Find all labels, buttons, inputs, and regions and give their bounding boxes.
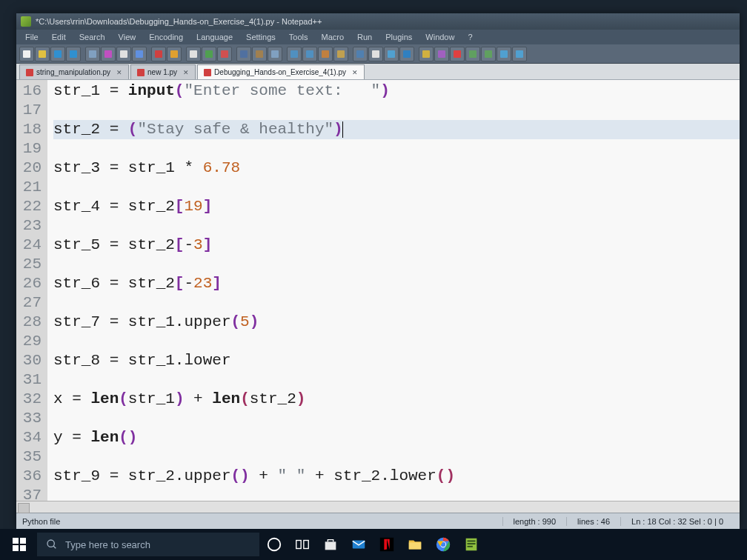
svg-rect-22	[388, 50, 395, 58]
toolbar-button-12[interactable]	[217, 47, 232, 61]
code-line-20[interactable]: str_3 = str_1 * 6.78	[53, 159, 740, 178]
toolbar-button-7[interactable]	[132, 47, 147, 61]
code-line-36[interactable]: str_9 = str_2.upper() + " " + str_2.lowe…	[53, 467, 740, 486]
toolbar-button-4[interactable]	[85, 47, 100, 61]
toolbar-button-11[interactable]	[202, 47, 216, 61]
window-title: *C:\Users\rrin\Downloads\Debugging_Hands…	[36, 17, 322, 26]
line-number: 21	[19, 178, 42, 197]
tab-1[interactable]: new 1.py✕	[130, 64, 196, 79]
editor[interactable]: 1617181920212223242526272829303132333435…	[16, 80, 740, 501]
code-line-24[interactable]: str_5 = str_2[-3]	[53, 236, 740, 255]
toolbar-button-5[interactable]	[101, 47, 116, 61]
close-icon[interactable]: ✕	[352, 69, 358, 76]
toolbar-button-0[interactable]	[19, 47, 34, 61]
horizontal-scrollbar[interactable]	[16, 501, 740, 513]
menu-macro[interactable]: Macro	[315, 31, 350, 43]
toolbar-button-9[interactable]	[167, 47, 182, 61]
toolbar-button-22[interactable]	[384, 47, 399, 61]
toolbar-button-24[interactable]	[419, 47, 434, 61]
line-number: 19	[19, 139, 42, 159]
menu-language[interactable]: Language	[190, 31, 239, 43]
svg-rect-1	[39, 50, 46, 58]
code-line-30[interactable]: str_8 = str_1.lower	[53, 351, 740, 370]
menu-tools[interactable]: Tools	[283, 31, 314, 43]
code-line-18[interactable]: str_2 = ("Stay safe & healthy")	[53, 120, 740, 139]
toolbar-button-1[interactable]	[35, 47, 50, 61]
toolbar-button-30[interactable]	[512, 47, 527, 61]
tab-0[interactable]: string_manipulation.py✕	[19, 64, 129, 79]
menu-run[interactable]: Run	[351, 31, 378, 43]
code-area[interactable]: str_1 = input("Enter some text: ") str_2…	[47, 80, 740, 501]
explorer-icon[interactable]	[402, 529, 428, 560]
svg-rect-25	[438, 50, 445, 58]
toolbar-button-21[interactable]	[368, 47, 383, 61]
toolbar-button-10[interactable]	[186, 47, 201, 61]
start-button[interactable]	[3, 529, 36, 560]
code-line-19[interactable]	[53, 139, 740, 159]
menu-edit[interactable]: Edit	[46, 31, 72, 43]
code-line-35[interactable]	[53, 447, 740, 467]
code-line-25[interactable]	[53, 255, 740, 274]
code-line-28[interactable]: str_7 = str_1.upper(5)	[53, 313, 740, 332]
close-icon[interactable]: ✕	[116, 69, 122, 76]
toolbar-button-3[interactable]	[66, 47, 81, 61]
code-line-34[interactable]: y = len()	[53, 428, 740, 447]
code-line-29[interactable]	[53, 332, 740, 351]
toolbar-button-13[interactable]	[236, 47, 251, 61]
toolbar-button-17[interactable]	[302, 47, 317, 61]
menu-plugins[interactable]: Plugins	[379, 31, 418, 43]
code-line-21[interactable]	[53, 178, 740, 197]
toolbar-button-25[interactable]	[434, 47, 449, 61]
toolbar-button-18[interactable]	[318, 47, 333, 61]
windows-taskbar[interactable]: Type here to search	[0, 529, 747, 560]
toolbar-button-27[interactable]	[465, 47, 480, 61]
svg-rect-9	[170, 50, 178, 58]
menu-view[interactable]: View	[113, 31, 142, 43]
toolbar-button-28[interactable]	[481, 47, 496, 61]
menu-settings[interactable]: Settings	[240, 31, 282, 43]
menu-file[interactable]: File	[19, 31, 44, 43]
file-icon	[204, 69, 211, 76]
code-line-22[interactable]: str_4 = str_2[19]	[53, 197, 740, 216]
toolbar-button-19[interactable]	[333, 47, 348, 61]
taskbar-search[interactable]: Type here to search	[37, 533, 259, 556]
close-icon[interactable]: ✕	[183, 69, 189, 76]
mail-icon[interactable]	[345, 529, 372, 560]
code-line-33[interactable]	[53, 409, 740, 428]
toolbar-button-20[interactable]	[353, 47, 368, 61]
toolbar-button-26[interactable]	[450, 47, 465, 61]
code-line-32[interactable]: x = len(str_1) + len(str_2)	[53, 390, 740, 409]
code-line-16[interactable]: str_1 = input("Enter some text: ")	[53, 81, 740, 101]
toolbar-button-29[interactable]	[497, 47, 511, 61]
toolbar-button-2[interactable]	[50, 47, 65, 61]
store-icon[interactable]	[317, 529, 344, 560]
code-line-17[interactable]	[53, 101, 740, 120]
toolbar-button-23[interactable]	[399, 47, 414, 61]
line-number: 36	[19, 467, 42, 486]
menu-[interactable]: ?	[462, 31, 478, 43]
menu-encoding[interactable]: Encoding	[143, 31, 189, 43]
toolbar-button-8[interactable]	[151, 47, 166, 61]
netflix-icon[interactable]	[374, 529, 400, 560]
toolbar-button-6[interactable]	[116, 47, 131, 61]
menu-search[interactable]: Search	[73, 31, 111, 43]
code-line-26[interactable]: str_6 = str_2[-23]	[53, 274, 740, 293]
code-line-23[interactable]	[53, 216, 740, 236]
notepadpp-task-icon[interactable]	[458, 529, 485, 560]
titlebar[interactable]: *C:\Users\rrin\Downloads\Debugging_Hands…	[16, 13, 740, 30]
svg-rect-29	[500, 50, 508, 58]
menu-window[interactable]: Window	[419, 31, 460, 43]
toolbar-button-16[interactable]	[287, 47, 302, 61]
code-line-31[interactable]	[53, 370, 740, 390]
svg-rect-16	[290, 50, 298, 58]
svg-rect-0	[23, 50, 30, 58]
code-line-27[interactable]	[53, 293, 740, 313]
line-number: 32	[19, 390, 42, 409]
cortana-icon[interactable]	[261, 529, 288, 560]
tab-2[interactable]: Debugging_Hands-on_Exercise_4(1).py✕	[197, 64, 365, 79]
toolbar-button-14[interactable]	[252, 47, 267, 61]
toolbar-button-15[interactable]	[268, 47, 282, 61]
chrome-icon[interactable]	[430, 529, 456, 560]
code-line-37[interactable]	[53, 486, 740, 501]
task-view-icon[interactable]	[289, 529, 316, 560]
